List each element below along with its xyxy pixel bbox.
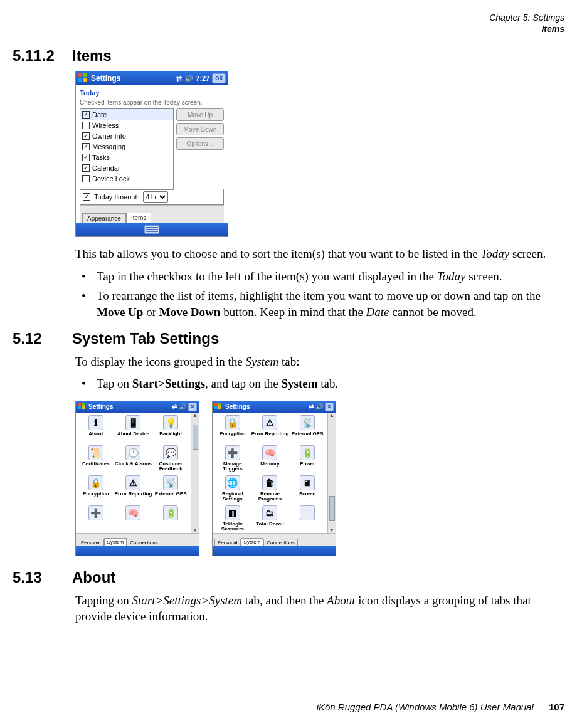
- settings-icon[interactable]: 🔒Encryption: [77, 475, 115, 505]
- move-up-button[interactable]: Move Up: [176, 108, 224, 121]
- list-item[interactable]: ✓Date: [80, 109, 173, 120]
- settings-icon[interactable]: 📡External GPS: [288, 415, 326, 445]
- windows-start-icon[interactable]: [78, 73, 88, 83]
- hint-text: Checked items appear on the Today screen…: [80, 99, 224, 106]
- tab-connections[interactable]: Connections: [127, 539, 161, 546]
- list-item[interactable]: ✓Calendar: [80, 162, 173, 173]
- app-icon: 📡: [163, 475, 178, 490]
- icon-label: About Device: [117, 431, 149, 436]
- settings-icon[interactable]: 🌐Regional Settings: [214, 475, 251, 505]
- settings-icon[interactable]: 🔋: [152, 505, 189, 535]
- system-icon-grid[interactable]: ℹAbout📱About Device💡Backlight📜Certificat…: [76, 413, 191, 533]
- settings-icon[interactable]: ➕: [77, 505, 115, 535]
- app-icon: 🧠: [262, 445, 277, 460]
- close-icon[interactable]: ×: [188, 403, 197, 411]
- app-icon: 🌐: [225, 475, 240, 490]
- volume-icon[interactable]: 🔊: [179, 403, 186, 410]
- keyboard-icon[interactable]: [144, 225, 159, 234]
- app-icon: 🕒: [125, 445, 140, 460]
- tab-appearance[interactable]: Appearance: [82, 213, 126, 223]
- timeout-select[interactable]: 4 hr: [143, 191, 168, 203]
- tab-items[interactable]: Items: [126, 213, 151, 223]
- settings-icon[interactable]: ℹAbout: [77, 415, 115, 445]
- settings-icon[interactable]: 🧠Memory: [251, 445, 289, 475]
- icon-label: Error Reporting: [115, 492, 152, 497]
- list-item[interactable]: ✓Tasks: [80, 152, 173, 162]
- icon-label: Memory: [260, 462, 280, 467]
- ok-button[interactable]: ok: [212, 73, 226, 83]
- settings-icon[interactable]: ➕Manage Triggers: [214, 445, 251, 475]
- settings-icon[interactable]: 🗂Total Recall: [251, 505, 289, 535]
- settings-icon[interactable]: ▥Teklogix Scanners: [214, 505, 251, 535]
- scrollbar[interactable]: ▲▼: [327, 413, 336, 533]
- list-item[interactable]: Device Lock: [80, 173, 173, 184]
- icon-label: External GPS: [292, 431, 324, 436]
- settings-icon[interactable]: [288, 505, 326, 535]
- icon-label: Remove Programs: [251, 492, 289, 502]
- settings-icon[interactable]: 📡External GPS: [152, 475, 189, 505]
- close-icon[interactable]: ×: [325, 403, 334, 411]
- settings-icon[interactable]: 💬Customer Feedback: [152, 445, 189, 475]
- heading-5-12: 5.12System Tab Settings: [13, 330, 564, 347]
- windows-start-icon[interactable]: [214, 403, 223, 411]
- settings-icon[interactable]: 📜Certificates: [77, 445, 115, 475]
- list-item[interactable]: Wireless: [80, 120, 173, 130]
- connectivity-icon[interactable]: ⇄: [176, 75, 182, 83]
- settings-icon[interactable]: 🧠: [115, 505, 152, 535]
- para-5-13: Tapping on Start>Settings>System tab, an…: [75, 593, 564, 625]
- icon-label: Power: [300, 462, 315, 467]
- app-icon: 💡: [163, 415, 178, 430]
- tab-personal[interactable]: Personal: [214, 539, 241, 546]
- running-section: Items: [541, 24, 564, 34]
- volume-icon[interactable]: 🔊: [315, 403, 323, 410]
- list-item-label: Device Lock: [92, 175, 130, 182]
- settings-icon[interactable]: ⚠Error Reporting: [251, 415, 289, 445]
- tab-system[interactable]: System: [241, 538, 264, 546]
- bullet-rearrange: To rearrange the list of items, highligh…: [75, 288, 564, 320]
- app-icon: ▥: [225, 505, 240, 520]
- items-listbox[interactable]: ✓DateWireless✓Owner Info✓Messaging✓Tasks…: [80, 108, 174, 190]
- settings-icon[interactable]: 🕒Clock & Alarms: [115, 445, 152, 475]
- settings-icon[interactable]: ⚠Error Reporting: [115, 475, 152, 505]
- settings-icon[interactable]: 🖥Screen: [288, 475, 326, 505]
- timeout-checkbox[interactable]: ✓: [83, 193, 90, 201]
- page-number: 107: [549, 702, 564, 712]
- icon-label: Certificates: [82, 462, 110, 467]
- settings-icon[interactable]: 🗑Remove Programs: [251, 475, 289, 505]
- tab-connections[interactable]: Connections: [263, 539, 297, 546]
- page-footer: iKôn Rugged PDA (Windows Mobile 6) User …: [317, 702, 564, 712]
- windows-start-icon[interactable]: [78, 403, 86, 411]
- settings-icon[interactable]: 📱About Device: [115, 415, 152, 445]
- volume-icon[interactable]: 🔊: [184, 75, 193, 83]
- checkbox[interactable]: ✓: [82, 132, 90, 140]
- connectivity-icon[interactable]: ⇄: [309, 403, 314, 410]
- today-timeout-row: ✓ Today timeout: 4 hr: [80, 189, 224, 205]
- tab-system[interactable]: System: [104, 538, 127, 546]
- settings-icon[interactable]: 🔋Power: [288, 445, 326, 475]
- para-5-11-2: This tab allows you to choose and to sor…: [75, 246, 564, 262]
- checkbox[interactable]: ✓: [82, 143, 90, 150]
- icon-label: Customer Feedback: [152, 462, 189, 472]
- options-button[interactable]: Options...: [176, 137, 224, 150]
- connectivity-icon[interactable]: ⇄: [172, 403, 177, 410]
- checkbox[interactable]: ✓: [82, 111, 90, 119]
- clock-time[interactable]: 7:27: [196, 75, 209, 82]
- checkbox[interactable]: [82, 122, 90, 129]
- scrollbar[interactable]: ▲▼: [191, 413, 199, 533]
- tab-personal[interactable]: Personal: [78, 539, 104, 546]
- list-item[interactable]: ✓Messaging: [80, 141, 173, 152]
- app-icon: 📡: [300, 415, 315, 430]
- checkbox[interactable]: [82, 175, 90, 182]
- icon-label: Teklogix Scanners: [214, 522, 251, 532]
- icon-label: Screen: [299, 492, 316, 497]
- bullet-start-settings: Tap on Start>Settings, and tap on the Sy…: [75, 376, 564, 392]
- app-icon: 🗑: [262, 475, 277, 490]
- list-item-label: Wireless: [92, 122, 119, 129]
- list-item[interactable]: ✓Owner Info: [80, 130, 173, 141]
- settings-icon[interactable]: 🔒Encryption: [214, 415, 251, 445]
- move-down-button[interactable]: Move Down: [176, 123, 224, 135]
- settings-icon[interactable]: 💡Backlight: [152, 415, 189, 445]
- system-icon-grid[interactable]: 🔒Encryption⚠Error Reporting📡External GPS…: [213, 413, 327, 533]
- checkbox[interactable]: ✓: [82, 154, 90, 161]
- checkbox[interactable]: ✓: [82, 164, 90, 172]
